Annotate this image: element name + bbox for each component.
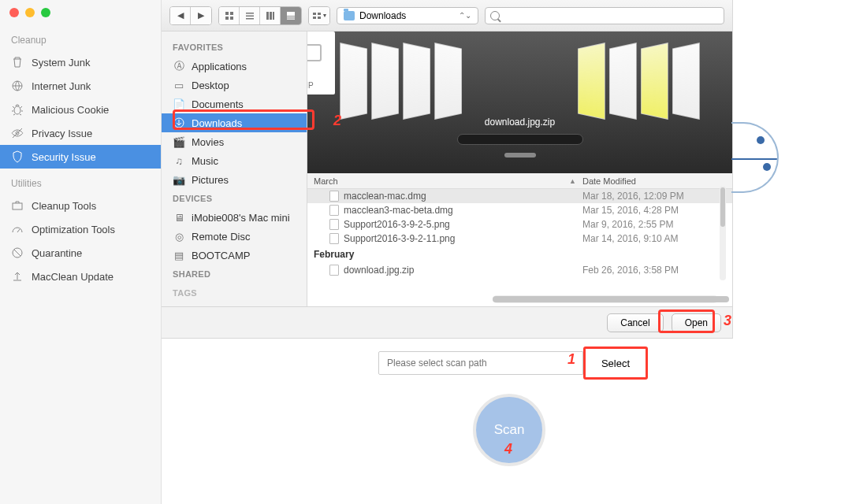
- arrange-button[interactable]: ▾: [309, 7, 329, 24]
- vertical-scrollbar[interactable]: [720, 186, 726, 280]
- fav-music[interactable]: ♫Music: [162, 151, 307, 170]
- horizontal-scrollbar[interactable]: [493, 295, 718, 303]
- nav-back-button[interactable]: ◀: [170, 7, 191, 24]
- sidebar-label: Internet Junk: [32, 80, 91, 92]
- coverflow-resize-handle[interactable]: [504, 153, 536, 158]
- drive-icon: ▤: [173, 249, 185, 261]
- music-icon: ♫: [173, 154, 185, 167]
- svg-rect-13: [270, 12, 272, 20]
- zoom-window-icon[interactable]: [41, 8, 50, 17]
- sidebar-label: Optimization Tools: [32, 224, 115, 235]
- nav-forward-button[interactable]: ▶: [191, 7, 211, 24]
- sidebar-item-security-issue[interactable]: Security Issue: [0, 145, 161, 169]
- sidebar-item-malicious-cookie[interactable]: Malicious Cookie: [0, 98, 161, 121]
- coverflow-scrubber[interactable]: [457, 134, 583, 145]
- view-mode-segment: [218, 6, 302, 25]
- scrollbar-thumb[interactable]: [720, 187, 725, 227]
- cancel-button[interactable]: Cancel: [607, 313, 663, 332]
- bug-icon: [11, 103, 24, 116]
- svg-rect-9: [246, 13, 254, 14]
- sidebar-item-cleanup-tools[interactable]: Cleanup Tools: [0, 194, 161, 217]
- path-dropdown[interactable]: Downloads ⌃⌄: [337, 7, 478, 24]
- briefcase-icon: [11, 199, 24, 212]
- dev-remote-disc[interactable]: ◎Remote Disc: [162, 227, 307, 246]
- sidebar-item-optimization-tools[interactable]: Optimization Tools: [0, 217, 161, 241]
- view-list-button[interactable]: [240, 7, 260, 24]
- search-input[interactable]: [503, 10, 719, 21]
- path-label: Downloads: [359, 10, 406, 21]
- open-button[interactable]: Open: [672, 313, 721, 332]
- computer-icon: 🖥: [173, 211, 185, 224]
- view-coverflow-button[interactable]: [281, 7, 301, 24]
- file-row[interactable]: macclean3-mac-beta.dmgMar 15, 2016, 4:28…: [307, 203, 732, 217]
- finder-heading-shared: SHARED: [162, 265, 307, 284]
- coverflow-label: download.jpg.zip: [485, 117, 555, 128]
- sidebar-item-quarantine[interactable]: Quarantine: [0, 241, 161, 265]
- file-row[interactable]: download.jpg.zipFeb 26, 2016, 3:58 PM: [307, 263, 732, 277]
- sidebar-item-system-junk[interactable]: System Junk: [0, 50, 161, 74]
- annotation-number-4: 4: [504, 441, 512, 458]
- fav-movies[interactable]: 🎬Movies: [162, 132, 307, 151]
- svg-rect-20: [313, 17, 316, 19]
- finder-heading-devices: DEVICES: [162, 189, 307, 208]
- search-field-wrap: [485, 7, 724, 24]
- file-row[interactable]: macclean-mac.dmgMar 18, 2016, 12:09 PM: [307, 189, 732, 203]
- fav-documents[interactable]: 📄Documents: [162, 94, 307, 113]
- svg-rect-15: [287, 12, 295, 16]
- cover-flow[interactable]: ZIP download.jpg.zip: [307, 32, 732, 173]
- fav-downloads[interactable]: Downloads: [162, 113, 307, 132]
- scrollbar-thumb[interactable]: [493, 296, 729, 302]
- svg-rect-12: [266, 12, 269, 20]
- fav-pictures[interactable]: 📷Pictures: [162, 170, 307, 189]
- dev-bootcamp[interactable]: ▤BOOTCAMP: [162, 246, 307, 265]
- sidebar-item-macclean-update[interactable]: MacClean Update: [0, 265, 161, 288]
- fav-applications[interactable]: ⒶApplications: [162, 57, 307, 76]
- col-date[interactable]: Date Modified: [582, 176, 732, 186]
- applications-icon: Ⓐ: [173, 60, 185, 72]
- sidebar-item-privacy-issue[interactable]: Privacy Issue: [0, 121, 161, 145]
- file-icon: [329, 191, 339, 202]
- svg-rect-3: [13, 203, 22, 209]
- dropdown-carets-icon: ⌃⌄: [459, 11, 471, 20]
- svg-point-1: [14, 106, 20, 114]
- svg-rect-14: [273, 12, 274, 20]
- dev-macmini[interactable]: 🖥iMobie008's Mac mini: [162, 208, 307, 227]
- folder-icon: [344, 11, 355, 20]
- file-icon: [329, 205, 339, 216]
- sidebar-item-internet-junk[interactable]: Internet Junk: [0, 74, 161, 98]
- svg-rect-21: [318, 17, 321, 19]
- file-row[interactable]: Support2016-3-9-2-5.pngMar 9, 2016, 2:55…: [307, 217, 732, 232]
- fav-desktop[interactable]: ▭Desktop: [162, 76, 307, 94]
- svg-rect-19: [318, 13, 321, 15]
- file-list-header: March▲ Date Modified: [307, 173, 732, 189]
- svg-rect-18: [313, 13, 316, 15]
- arrange-segment: ▾: [308, 6, 330, 25]
- col-name[interactable]: March▲: [307, 176, 582, 186]
- file-row[interactable]: Support2016-3-9-2-11.pngMar 14, 2016, 9:…: [307, 232, 732, 246]
- sidebar-label: Cleanup Tools: [32, 200, 96, 212]
- search-icon: [490, 11, 500, 20]
- view-columns-button[interactable]: [260, 7, 281, 24]
- close-window-icon[interactable]: [9, 8, 19, 17]
- sidebar-label: Quarantine: [32, 247, 82, 259]
- svg-rect-7: [225, 17, 229, 20]
- view-icons-button[interactable]: [219, 7, 240, 24]
- window-controls: [0, 0, 161, 25]
- svg-rect-17: [287, 18, 295, 19]
- minimize-window-icon[interactable]: [25, 8, 35, 17]
- sidebar-label: Privacy Issue: [32, 128, 92, 139]
- desktop-icon: ▭: [173, 79, 185, 91]
- scan-path-row: Select: [378, 346, 648, 380]
- annotation-number-2: 2: [333, 113, 341, 129]
- movies-icon: 🎬: [173, 135, 185, 148]
- svg-rect-16: [287, 17, 295, 17]
- scan-path-input[interactable]: [378, 351, 583, 375]
- sidebar-label: Security Issue: [32, 151, 96, 163]
- downloads-icon: [173, 117, 185, 129]
- coverflow-center-item[interactable]: ZIP: [307, 32, 335, 94]
- finder-heading-favorites: FAVORITES: [162, 38, 307, 57]
- block-icon: [11, 246, 24, 259]
- file-list: March▲ Date Modified macclean-mac.dmgMar…: [307, 173, 732, 306]
- annotation-box-select: Select: [583, 346, 648, 380]
- select-button[interactable]: Select: [586, 349, 646, 377]
